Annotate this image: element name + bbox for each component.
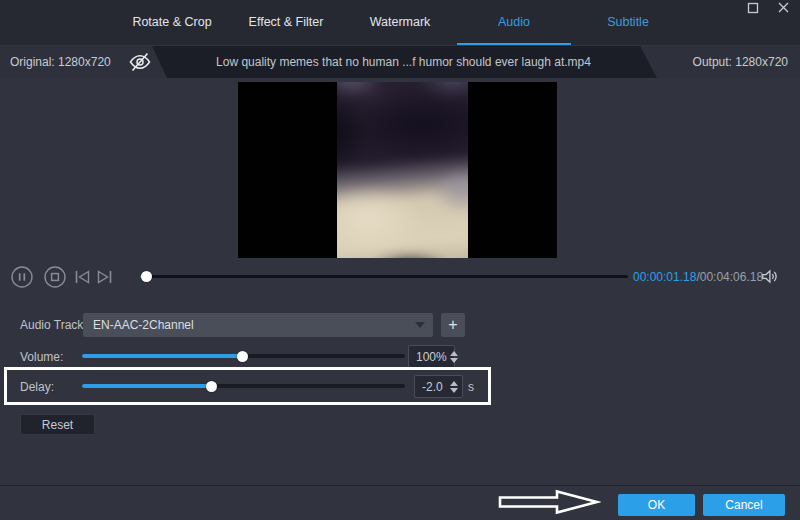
tabs: Rotate & Crop Effect & Filter Watermark … (115, 0, 685, 45)
time-display: 00:00:01.18/00:04:06.18 (633, 270, 763, 284)
output-resolution-text: Output: 1280x720 (693, 55, 788, 69)
footer-divider (0, 485, 800, 486)
original-resolution-text: Original: 1280x720 (10, 55, 111, 69)
eye-hidden-icon (128, 51, 152, 73)
volume-value: 100% (416, 350, 447, 364)
pause-icon (11, 266, 33, 288)
video-frame-image (337, 82, 468, 258)
delay-spinner[interactable] (450, 381, 458, 393)
video-filename: Low quality memes that no human ...f hum… (167, 46, 640, 78)
tab-bar: Rotate & Crop Effect & Filter Watermark … (0, 0, 800, 45)
next-frame-icon (96, 269, 113, 285)
spinner-up-icon[interactable] (450, 381, 458, 386)
delay-value: -2.0 (422, 380, 447, 394)
seek-slider-fill (140, 275, 146, 278)
ok-button[interactable]: OK (618, 494, 695, 516)
stop-button[interactable] (44, 266, 66, 292)
video-edit-window: Rotate & Crop Effect & Filter Watermark … (0, 0, 800, 520)
mute-button[interactable] (760, 267, 780, 287)
previous-frame-icon (74, 269, 91, 285)
volume-value-box[interactable]: 100% (408, 345, 455, 368)
info-bar: Low quality memes that no human ...f hum… (0, 46, 800, 78)
seek-slider[interactable] (140, 275, 628, 278)
spinner-down-icon[interactable] (450, 358, 458, 363)
arrow-annotation (497, 488, 601, 516)
cancel-button[interactable]: Cancel (703, 494, 785, 516)
plus-icon: + (448, 317, 457, 333)
delay-slider[interactable] (82, 384, 405, 388)
maximize-button[interactable] (742, 0, 764, 14)
chevron-down-icon (415, 322, 425, 328)
maximize-icon (747, 2, 759, 14)
volume-slider-handle[interactable] (237, 351, 248, 362)
spinner-down-icon[interactable] (450, 388, 458, 393)
delay-value-box[interactable]: -2.0 (414, 375, 463, 398)
reset-button[interactable]: Reset (20, 414, 95, 435)
delay-slider-fill (82, 384, 211, 388)
add-audio-track-button[interactable]: + (441, 313, 465, 337)
audio-track-value: EN-AAC-2Channel (93, 318, 194, 332)
video-preview (238, 82, 557, 258)
reset-button-label: Reset (42, 418, 73, 432)
delay-slider-handle[interactable] (206, 381, 217, 392)
volume-icon (760, 267, 779, 286)
volume-label: Volume: (20, 350, 63, 364)
volume-slider-fill (82, 354, 242, 358)
close-button[interactable] (772, 0, 794, 14)
current-time: 00:00:01.18 (633, 270, 696, 284)
pause-button[interactable] (11, 266, 33, 292)
seek-slider-handle[interactable] (141, 271, 152, 282)
stop-icon (44, 266, 66, 288)
audio-track-select[interactable]: EN-AAC-2Channel (83, 313, 433, 337)
spinner-up-icon[interactable] (450, 351, 458, 356)
output-resolution-label: Output: 1280x720 (640, 46, 800, 78)
tab-rotate-crop[interactable]: Rotate & Crop (115, 0, 229, 45)
tab-effect-filter[interactable]: Effect & Filter (229, 0, 343, 45)
next-frame-button[interactable] (96, 269, 113, 289)
total-time: 00:04:06.18 (700, 270, 763, 284)
tab-audio[interactable]: Audio (457, 0, 571, 45)
volume-slider[interactable] (82, 354, 405, 358)
tab-subtitle[interactable]: Subtitle (571, 0, 685, 45)
previous-frame-button[interactable] (74, 269, 91, 289)
tab-watermark[interactable]: Watermark (343, 0, 457, 45)
audio-track-label: Audio Track: (20, 318, 87, 332)
volume-spinner[interactable] (450, 351, 458, 363)
window-controls (742, 0, 794, 14)
delay-label: Delay: (20, 380, 54, 394)
close-icon (777, 1, 790, 14)
delay-unit: s (468, 380, 474, 394)
preview-toggle-button[interactable] (128, 51, 152, 73)
video-frame-content (337, 82, 468, 258)
